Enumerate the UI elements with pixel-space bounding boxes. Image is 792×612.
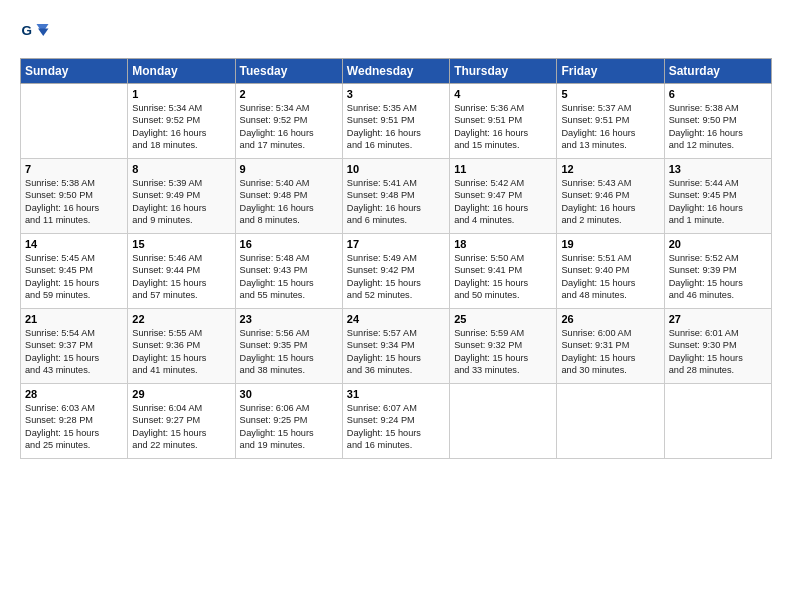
day-info: Sunrise: 5:34 AM Sunset: 9:52 PM Dayligh… bbox=[132, 102, 230, 152]
calendar-cell: 2Sunrise: 5:34 AM Sunset: 9:52 PM Daylig… bbox=[235, 84, 342, 159]
day-number: 24 bbox=[347, 313, 445, 325]
calendar-cell: 28Sunrise: 6:03 AM Sunset: 9:28 PM Dayli… bbox=[21, 384, 128, 459]
day-info: Sunrise: 5:54 AM Sunset: 9:37 PM Dayligh… bbox=[25, 327, 123, 377]
day-number: 3 bbox=[347, 88, 445, 100]
calendar-cell: 22Sunrise: 5:55 AM Sunset: 9:36 PM Dayli… bbox=[128, 309, 235, 384]
day-info: Sunrise: 6:07 AM Sunset: 9:24 PM Dayligh… bbox=[347, 402, 445, 452]
day-info: Sunrise: 5:41 AM Sunset: 9:48 PM Dayligh… bbox=[347, 177, 445, 227]
day-number: 31 bbox=[347, 388, 445, 400]
header-cell-wednesday: Wednesday bbox=[342, 59, 449, 84]
calendar-cell: 1Sunrise: 5:34 AM Sunset: 9:52 PM Daylig… bbox=[128, 84, 235, 159]
calendar-cell bbox=[450, 384, 557, 459]
day-info: Sunrise: 5:50 AM Sunset: 9:41 PM Dayligh… bbox=[454, 252, 552, 302]
header-cell-thursday: Thursday bbox=[450, 59, 557, 84]
logo-icon: G bbox=[20, 18, 50, 48]
day-number: 2 bbox=[240, 88, 338, 100]
day-number: 14 bbox=[25, 238, 123, 250]
day-number: 23 bbox=[240, 313, 338, 325]
day-info: Sunrise: 5:46 AM Sunset: 9:44 PM Dayligh… bbox=[132, 252, 230, 302]
calendar-cell: 20Sunrise: 5:52 AM Sunset: 9:39 PM Dayli… bbox=[664, 234, 771, 309]
calendar-cell: 29Sunrise: 6:04 AM Sunset: 9:27 PM Dayli… bbox=[128, 384, 235, 459]
day-number: 1 bbox=[132, 88, 230, 100]
calendar-cell bbox=[21, 84, 128, 159]
day-info: Sunrise: 5:40 AM Sunset: 9:48 PM Dayligh… bbox=[240, 177, 338, 227]
day-number: 21 bbox=[25, 313, 123, 325]
day-info: Sunrise: 5:34 AM Sunset: 9:52 PM Dayligh… bbox=[240, 102, 338, 152]
day-info: Sunrise: 5:44 AM Sunset: 9:45 PM Dayligh… bbox=[669, 177, 767, 227]
day-info: Sunrise: 6:00 AM Sunset: 9:31 PM Dayligh… bbox=[561, 327, 659, 377]
calendar-cell: 17Sunrise: 5:49 AM Sunset: 9:42 PM Dayli… bbox=[342, 234, 449, 309]
day-info: Sunrise: 5:43 AM Sunset: 9:46 PM Dayligh… bbox=[561, 177, 659, 227]
day-info: Sunrise: 5:37 AM Sunset: 9:51 PM Dayligh… bbox=[561, 102, 659, 152]
header-cell-monday: Monday bbox=[128, 59, 235, 84]
day-info: Sunrise: 5:55 AM Sunset: 9:36 PM Dayligh… bbox=[132, 327, 230, 377]
week-row-2: 7Sunrise: 5:38 AM Sunset: 9:50 PM Daylig… bbox=[21, 159, 772, 234]
day-info: Sunrise: 5:42 AM Sunset: 9:47 PM Dayligh… bbox=[454, 177, 552, 227]
day-number: 18 bbox=[454, 238, 552, 250]
calendar-header-row: SundayMondayTuesdayWednesdayThursdayFrid… bbox=[21, 59, 772, 84]
calendar-cell: 10Sunrise: 5:41 AM Sunset: 9:48 PM Dayli… bbox=[342, 159, 449, 234]
calendar-cell: 27Sunrise: 6:01 AM Sunset: 9:30 PM Dayli… bbox=[664, 309, 771, 384]
day-info: Sunrise: 5:49 AM Sunset: 9:42 PM Dayligh… bbox=[347, 252, 445, 302]
day-info: Sunrise: 6:06 AM Sunset: 9:25 PM Dayligh… bbox=[240, 402, 338, 452]
header-cell-sunday: Sunday bbox=[21, 59, 128, 84]
day-number: 11 bbox=[454, 163, 552, 175]
day-number: 4 bbox=[454, 88, 552, 100]
week-row-3: 14Sunrise: 5:45 AM Sunset: 9:45 PM Dayli… bbox=[21, 234, 772, 309]
day-info: Sunrise: 6:01 AM Sunset: 9:30 PM Dayligh… bbox=[669, 327, 767, 377]
day-number: 22 bbox=[132, 313, 230, 325]
calendar-cell: 24Sunrise: 5:57 AM Sunset: 9:34 PM Dayli… bbox=[342, 309, 449, 384]
page: G SundayMondayTuesdayWednesdayThursdayFr… bbox=[0, 0, 792, 469]
day-info: Sunrise: 5:56 AM Sunset: 9:35 PM Dayligh… bbox=[240, 327, 338, 377]
calendar-cell: 18Sunrise: 5:50 AM Sunset: 9:41 PM Dayli… bbox=[450, 234, 557, 309]
day-number: 17 bbox=[347, 238, 445, 250]
calendar-cell: 19Sunrise: 5:51 AM Sunset: 9:40 PM Dayli… bbox=[557, 234, 664, 309]
week-row-1: 1Sunrise: 5:34 AM Sunset: 9:52 PM Daylig… bbox=[21, 84, 772, 159]
day-info: Sunrise: 5:57 AM Sunset: 9:34 PM Dayligh… bbox=[347, 327, 445, 377]
day-number: 27 bbox=[669, 313, 767, 325]
calendar-cell: 4Sunrise: 5:36 AM Sunset: 9:51 PM Daylig… bbox=[450, 84, 557, 159]
day-number: 13 bbox=[669, 163, 767, 175]
day-info: Sunrise: 5:52 AM Sunset: 9:39 PM Dayligh… bbox=[669, 252, 767, 302]
day-number: 12 bbox=[561, 163, 659, 175]
day-number: 20 bbox=[669, 238, 767, 250]
calendar-cell: 12Sunrise: 5:43 AM Sunset: 9:46 PM Dayli… bbox=[557, 159, 664, 234]
calendar-cell: 11Sunrise: 5:42 AM Sunset: 9:47 PM Dayli… bbox=[450, 159, 557, 234]
header-cell-friday: Friday bbox=[557, 59, 664, 84]
calendar-cell: 21Sunrise: 5:54 AM Sunset: 9:37 PM Dayli… bbox=[21, 309, 128, 384]
week-row-4: 21Sunrise: 5:54 AM Sunset: 9:37 PM Dayli… bbox=[21, 309, 772, 384]
header-cell-saturday: Saturday bbox=[664, 59, 771, 84]
svg-text:G: G bbox=[22, 23, 33, 38]
calendar-cell: 8Sunrise: 5:39 AM Sunset: 9:49 PM Daylig… bbox=[128, 159, 235, 234]
day-info: Sunrise: 5:59 AM Sunset: 9:32 PM Dayligh… bbox=[454, 327, 552, 377]
calendar-cell: 9Sunrise: 5:40 AM Sunset: 9:48 PM Daylig… bbox=[235, 159, 342, 234]
day-number: 25 bbox=[454, 313, 552, 325]
day-number: 30 bbox=[240, 388, 338, 400]
day-number: 7 bbox=[25, 163, 123, 175]
day-number: 29 bbox=[132, 388, 230, 400]
day-info: Sunrise: 6:03 AM Sunset: 9:28 PM Dayligh… bbox=[25, 402, 123, 452]
day-number: 9 bbox=[240, 163, 338, 175]
calendar-cell: 26Sunrise: 6:00 AM Sunset: 9:31 PM Dayli… bbox=[557, 309, 664, 384]
calendar-cell: 15Sunrise: 5:46 AM Sunset: 9:44 PM Dayli… bbox=[128, 234, 235, 309]
day-info: Sunrise: 5:36 AM Sunset: 9:51 PM Dayligh… bbox=[454, 102, 552, 152]
calendar-cell: 3Sunrise: 5:35 AM Sunset: 9:51 PM Daylig… bbox=[342, 84, 449, 159]
day-info: Sunrise: 5:35 AM Sunset: 9:51 PM Dayligh… bbox=[347, 102, 445, 152]
calendar-cell: 13Sunrise: 5:44 AM Sunset: 9:45 PM Dayli… bbox=[664, 159, 771, 234]
calendar-cell: 6Sunrise: 5:38 AM Sunset: 9:50 PM Daylig… bbox=[664, 84, 771, 159]
svg-marker-2 bbox=[38, 29, 49, 37]
day-info: Sunrise: 5:48 AM Sunset: 9:43 PM Dayligh… bbox=[240, 252, 338, 302]
calendar-table: SundayMondayTuesdayWednesdayThursdayFrid… bbox=[20, 58, 772, 459]
calendar-cell: 23Sunrise: 5:56 AM Sunset: 9:35 PM Dayli… bbox=[235, 309, 342, 384]
day-number: 16 bbox=[240, 238, 338, 250]
day-number: 19 bbox=[561, 238, 659, 250]
day-number: 5 bbox=[561, 88, 659, 100]
day-number: 26 bbox=[561, 313, 659, 325]
calendar-cell: 25Sunrise: 5:59 AM Sunset: 9:32 PM Dayli… bbox=[450, 309, 557, 384]
day-info: Sunrise: 5:45 AM Sunset: 9:45 PM Dayligh… bbox=[25, 252, 123, 302]
calendar-cell: 14Sunrise: 5:45 AM Sunset: 9:45 PM Dayli… bbox=[21, 234, 128, 309]
day-info: Sunrise: 5:39 AM Sunset: 9:49 PM Dayligh… bbox=[132, 177, 230, 227]
calendar-cell: 31Sunrise: 6:07 AM Sunset: 9:24 PM Dayli… bbox=[342, 384, 449, 459]
calendar-cell: 5Sunrise: 5:37 AM Sunset: 9:51 PM Daylig… bbox=[557, 84, 664, 159]
day-info: Sunrise: 5:51 AM Sunset: 9:40 PM Dayligh… bbox=[561, 252, 659, 302]
